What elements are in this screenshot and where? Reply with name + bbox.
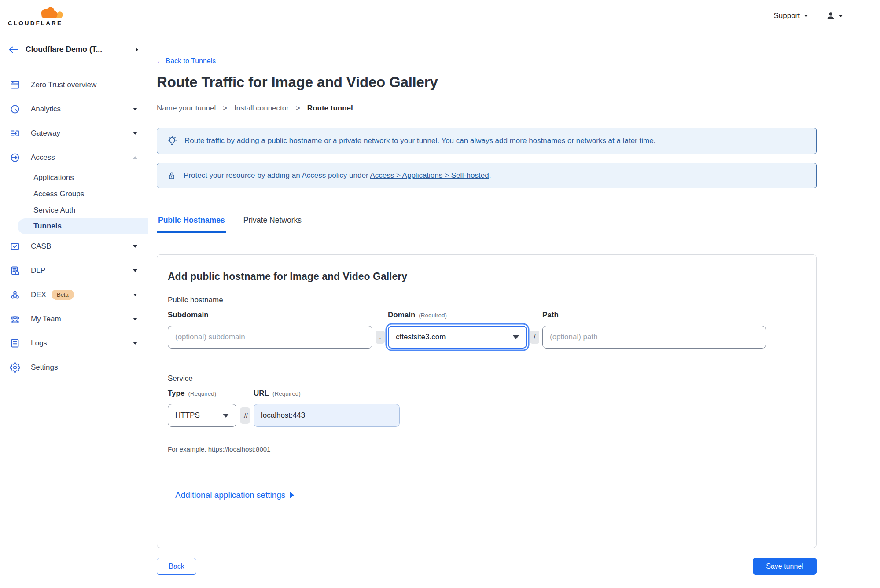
hostname-form-row: Subdomain . Domain(Required) cftestsite3… — [168, 311, 806, 349]
back-button[interactable]: Back — [157, 558, 196, 575]
document-lock-icon — [10, 265, 20, 276]
cloudflare-wordmark: CLOUDFLARE — [8, 20, 74, 26]
sidebar-divider — [0, 386, 148, 386]
sidebar-item-analytics[interactable]: Analytics — [0, 97, 148, 121]
sidebar-item-logs[interactable]: Logs — [0, 331, 148, 355]
card-divider — [168, 462, 806, 462]
sidebar-item-label: DEX — [31, 290, 46, 299]
save-tunnel-button[interactable]: Save tunnel — [753, 558, 817, 575]
sidebar-item-label: Access — [31, 153, 55, 162]
sub-item-label: Access Groups — [33, 190, 84, 198]
breadcrumb-step-install-connector[interactable]: Install connector — [234, 104, 289, 113]
domain-selected-value: cftestsite3.com — [396, 333, 446, 342]
chevron-down-icon — [133, 318, 137, 320]
chevron-down-icon — [223, 414, 229, 418]
sidebar-nav: Zero Trust overview Analytics Gateway Ac… — [0, 67, 148, 379]
top-header: CLOUDFLARE Support — [0, 0, 880, 32]
pie-chart-icon — [10, 104, 20, 114]
sidebar-item-dex[interactable]: DEX Beta — [0, 283, 148, 307]
path-label: Path — [542, 311, 766, 320]
required-hint: (Required) — [188, 390, 216, 397]
sidebar-item-label: Logs — [31, 339, 47, 348]
chevron-down-icon — [133, 245, 137, 248]
wizard-footer: Back Save tunnel — [157, 558, 817, 575]
sidebar-item-label: Zero Trust overview — [31, 81, 96, 89]
sidebar-item-label: DLP — [31, 266, 45, 275]
access-policy-banner: Protect your resource by adding an Acces… — [157, 163, 817, 188]
dex-icon — [10, 290, 20, 300]
sidebar-item-tunnels[interactable]: Tunnels — [18, 218, 148, 234]
tab-bar: Public Hostnames Private Networks — [157, 216, 817, 233]
tab-public-hostnames[interactable]: Public Hostnames — [157, 216, 226, 233]
sidebar-item-label: My Team — [31, 315, 61, 323]
chevron-down-icon — [133, 108, 137, 110]
sidebar-item-casb[interactable]: CASB — [0, 234, 148, 258]
sidebar-item-applications[interactable]: Applications — [18, 169, 148, 186]
slash-separator: / — [530, 331, 539, 344]
sidebar: Cloudflare Demo (T... Zero Trust overvie… — [0, 32, 148, 588]
breadcrumb-separator: > — [223, 104, 227, 113]
domain-label: Domain(Required) — [388, 311, 527, 320]
path-input[interactable] — [542, 326, 766, 349]
sub-item-label: Service Auth — [33, 206, 75, 215]
lightbulb-icon — [166, 135, 178, 147]
required-hint: (Required) — [419, 312, 447, 319]
scheme-separator: :// — [240, 407, 250, 424]
casb-icon — [10, 241, 20, 252]
access-icon — [10, 152, 20, 163]
sidebar-item-my-team[interactable]: My Team — [0, 307, 148, 331]
team-switcher[interactable]: Cloudflare Demo (T... — [0, 32, 148, 67]
chevron-down-icon — [133, 294, 137, 296]
support-menu[interactable]: Support — [773, 11, 808, 20]
sidebar-item-access-groups[interactable]: Access Groups — [18, 186, 148, 202]
breadcrumb-step-name-your-tunnel[interactable]: Name your tunnel — [157, 104, 216, 113]
back-to-tunnels-link[interactable]: ← Back to Tunnels — [157, 57, 216, 65]
main-content: ← Back to Tunnels Route Traffic for Imag… — [148, 32, 880, 588]
chevron-right-icon — [290, 492, 294, 498]
sidebar-item-label: Gateway — [31, 129, 60, 138]
url-input[interactable] — [254, 404, 400, 427]
sidebar-item-access[interactable]: Access — [0, 145, 148, 169]
cloudflare-cloud-icon — [36, 6, 67, 19]
logs-icon — [10, 338, 20, 349]
sidebar-item-settings[interactable]: Settings — [0, 355, 148, 379]
type-label: Type(Required) — [168, 389, 236, 398]
sidebar-item-zero-trust-overview[interactable]: Zero Trust overview — [0, 73, 148, 97]
add-public-hostname-card: Add public hostname for Image and Video … — [157, 254, 817, 548]
sidebar-item-label: CASB — [31, 242, 51, 251]
sidebar-item-label: Settings — [31, 363, 58, 372]
sidebar-item-gateway[interactable]: Gateway — [0, 121, 148, 145]
breadcrumb-separator: > — [296, 104, 300, 113]
people-icon — [10, 314, 20, 324]
required-hint: (Required) — [272, 390, 301, 397]
dot-separator: . — [376, 331, 385, 344]
sidebar-item-label: Analytics — [31, 105, 61, 114]
back-arrow-icon[interactable] — [9, 46, 18, 54]
chevron-down-icon — [133, 342, 137, 345]
chevron-down-icon — [804, 15, 808, 17]
access-banner-text: Protect your resource by adding an Acces… — [184, 171, 491, 180]
public-hostname-label: Public hostname — [168, 296, 806, 305]
tab-private-networks[interactable]: Private Networks — [242, 216, 303, 233]
cloudflare-logo[interactable]: CLOUDFLARE — [8, 6, 74, 26]
lock-icon — [166, 170, 177, 181]
service-form-row: Type(Required) HTTPS :// URL(Required) — [168, 389, 806, 427]
left-arrow-icon: ← — [157, 57, 164, 65]
sidebar-item-service-auth[interactable]: Service Auth — [18, 202, 148, 218]
url-example-hint: For example, https://localhost:8001 — [168, 445, 806, 453]
team-name: Cloudflare Demo (T... — [26, 45, 129, 54]
subdomain-input[interactable] — [168, 326, 372, 349]
user-menu[interactable] — [826, 11, 843, 21]
user-icon — [826, 11, 836, 21]
sidebar-item-dlp[interactable]: DLP — [0, 258, 148, 283]
info-banner: Route traffic by adding a public hostnam… — [157, 128, 817, 154]
access-applications-link[interactable]: Access > Applications > Self-hosted — [370, 171, 489, 180]
domain-select[interactable]: cftestsite3.com — [388, 326, 527, 349]
window-icon — [10, 80, 20, 90]
additional-settings-toggle[interactable]: Additional application settings — [175, 490, 294, 500]
service-type-select[interactable]: HTTPS — [168, 404, 236, 427]
breadcrumb: Name your tunnel > Install connector > R… — [157, 104, 817, 113]
support-label: Support — [773, 11, 800, 20]
subdomain-label: Subdomain — [168, 311, 372, 320]
card-heading: Add public hostname for Image and Video … — [168, 271, 806, 283]
